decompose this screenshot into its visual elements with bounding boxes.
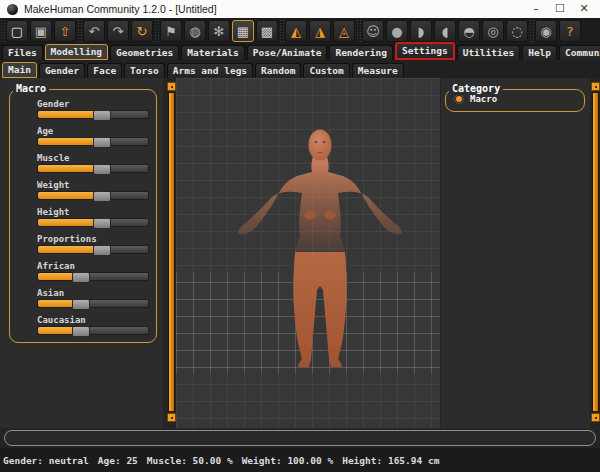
slider-fill	[38, 246, 95, 253]
symmetry-both-button[interactable]: ◬	[333, 20, 355, 42]
view-both-eyes-button[interactable]: ◎	[482, 20, 504, 42]
slider-track-asian[interactable]	[37, 299, 149, 308]
checkerboard-icon: ▩	[261, 25, 273, 38]
toolbar-separator	[279, 19, 284, 43]
head-right-icon: ◗	[418, 25, 425, 38]
tab-settings[interactable]: Settings	[395, 42, 455, 60]
symmetry-right-button[interactable]: ◭	[285, 20, 307, 42]
subtab-measure[interactable]: Measure	[352, 63, 404, 78]
orbit-view-button[interactable]: ◌	[506, 20, 528, 42]
slider-proportions: Proportions	[37, 233, 151, 254]
slider-handle[interactable]	[93, 137, 111, 148]
right-panel-splitter[interactable]	[590, 82, 600, 422]
splitter-bottom-handle-icon[interactable]	[591, 413, 600, 422]
human-model[interactable]	[176, 78, 440, 428]
slider-handle[interactable]	[72, 326, 90, 337]
splitter-bottom-handle-icon[interactable]	[167, 413, 176, 422]
splitter-top-handle-icon[interactable]	[591, 82, 600, 91]
category-panel: Category Macro	[441, 78, 590, 428]
slider-track-caucasian[interactable]	[37, 326, 149, 335]
slider-track-gender[interactable]	[37, 110, 149, 119]
status-gender: Gender: neutral	[3, 455, 89, 466]
subtab-face[interactable]: Face	[87, 63, 122, 78]
symmetry-left-button[interactable]: ◮	[309, 20, 331, 42]
menu-tab-bar: FilesModellingGeometriesMaterialsPose/An…	[0, 44, 600, 60]
save-file-button[interactable]: ▣	[30, 20, 52, 42]
subtab-gender[interactable]: Gender	[39, 63, 85, 78]
tab-files[interactable]: Files	[2, 45, 43, 60]
slider-track-proportions[interactable]	[37, 245, 149, 254]
tab-materials[interactable]: Materials	[181, 45, 244, 60]
splitter-bar[interactable]	[168, 92, 175, 412]
slider-fill	[38, 273, 74, 280]
tab-utilities[interactable]: Utilities	[457, 45, 520, 60]
slider-track-age[interactable]	[37, 137, 149, 146]
view-top-button[interactable]: ◓	[458, 20, 480, 42]
maximize-button[interactable]: ☐	[548, 0, 572, 18]
status-bar: Gender: neutralAge: 25Muscle: 50.00 %Wei…	[0, 448, 600, 472]
slider-label: Caucasian	[37, 314, 151, 326]
minimize-button[interactable]: –	[524, 0, 548, 18]
export-button[interactable]: ⇧	[54, 20, 76, 42]
slider-muscle: Muscle	[37, 152, 151, 173]
slider-track-african[interactable]	[37, 272, 149, 281]
slider-handle[interactable]	[93, 245, 111, 256]
subtab-arms-and-legs[interactable]: Arms and legs	[167, 63, 253, 78]
tab-geometries[interactable]: Geometries	[110, 45, 179, 60]
slider-track-weight[interactable]	[37, 191, 149, 200]
grab-screen-button[interactable]: ◉	[535, 20, 557, 42]
radio-selected-dot	[456, 96, 462, 102]
slider-handle[interactable]	[93, 164, 111, 175]
subtab-torso[interactable]: Torso	[124, 63, 165, 78]
slider-track-height[interactable]	[37, 218, 149, 227]
radio-button-icon[interactable]	[454, 94, 464, 104]
view-left-side-button[interactable]: ◖	[434, 20, 456, 42]
tab-help[interactable]: Help	[522, 45, 557, 60]
subtab-custom[interactable]: Custom	[303, 63, 349, 78]
status-weight: Weight: 100.00 %	[242, 455, 334, 466]
tab-rendering[interactable]: Rendering	[329, 45, 392, 60]
undo-arrow-icon: ↶	[89, 25, 100, 38]
slider-handle[interactable]	[72, 272, 90, 283]
slider-track-muscle[interactable]	[37, 164, 149, 173]
smooth-shading-button[interactable]: ⚑	[160, 20, 182, 42]
tab-community[interactable]: Community	[559, 45, 600, 60]
tab-pose-animate[interactable]: Pose/Animate	[247, 45, 328, 60]
slider-handle[interactable]	[93, 191, 111, 202]
toggle-grid-button[interactable]: ▦	[232, 20, 254, 42]
view-front-button[interactable]: ☺	[362, 20, 384, 42]
help-button[interactable]: ?	[559, 20, 581, 42]
wireframe-button[interactable]: ◍	[184, 20, 206, 42]
redo-arrow-icon: ↷	[113, 25, 124, 38]
symmetry-left-icon: ◮	[315, 25, 325, 38]
progress-bar-area	[0, 428, 600, 448]
background-button[interactable]: ▩	[256, 20, 278, 42]
subtab-random[interactable]: Random	[255, 63, 301, 78]
view-back-button[interactable]: ●	[386, 20, 408, 42]
slider-handle[interactable]	[93, 110, 111, 121]
status-muscle: Muscle: 50.00 %	[147, 455, 233, 466]
grid-icon: ▦	[237, 25, 249, 38]
show-skeleton-button[interactable]: ✻	[208, 20, 230, 42]
sub-tab-bar: MainGenderFaceTorsoArms and legsRandomCu…	[0, 60, 600, 78]
undo-button[interactable]: ↶	[83, 20, 105, 42]
reset-view-button[interactable]: ↻	[131, 20, 153, 42]
new-file-button[interactable]: ▢	[6, 20, 28, 42]
splitter-top-handle-icon[interactable]	[167, 82, 176, 91]
slider-fill	[38, 165, 95, 172]
toolbar: ▢▣⇧↶↷↻⚑◍✻▦▩◭◮◬☺●◗◖◓◎◌◉?	[0, 18, 600, 44]
slider-label: Asian	[37, 287, 151, 299]
subtab-main[interactable]: Main	[2, 62, 37, 78]
slider-fill	[38, 219, 95, 226]
progress-bar	[4, 430, 596, 446]
view-right-side-button[interactable]: ◗	[410, 20, 432, 42]
left-panel-splitter[interactable]	[166, 82, 176, 422]
redo-button[interactable]: ↷	[107, 20, 129, 42]
slider-handle[interactable]	[93, 218, 111, 229]
splitter-bar[interactable]	[592, 92, 599, 412]
slider-fill	[38, 327, 74, 334]
tab-modelling[interactable]: Modelling	[45, 44, 108, 60]
close-button[interactable]: ✕	[572, 0, 596, 18]
viewport-3d[interactable]	[176, 78, 440, 428]
slider-handle[interactable]	[72, 299, 90, 310]
